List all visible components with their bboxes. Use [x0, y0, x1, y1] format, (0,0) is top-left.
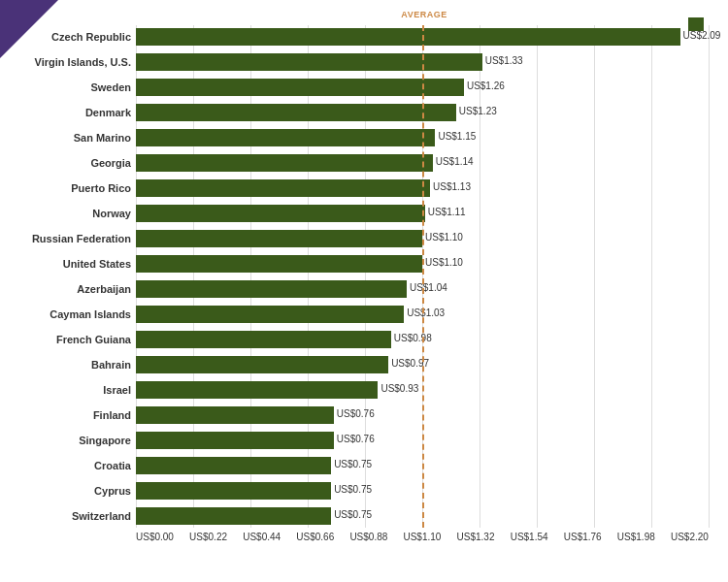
bar-label: Croatia: [10, 460, 131, 471]
x-tick: US$1.76: [564, 532, 602, 542]
bar-fill: [136, 331, 391, 348]
bar-label: Bahrain: [10, 359, 131, 371]
bar-value-label: US$2.09: [683, 30, 721, 41]
bar-fill: [136, 230, 422, 247]
bar-fill: [136, 53, 482, 71]
bar-label: Israel: [10, 384, 131, 396]
x-tick: US$2.20: [671, 532, 709, 542]
bar-fill: [136, 306, 404, 323]
x-tick: US$0.00: [136, 532, 174, 542]
bar-value-label: US$1.14: [436, 156, 474, 167]
bar-label: French Guiana: [10, 334, 131, 345]
bar-value-label: US$0.93: [381, 383, 418, 394]
x-tick: US$0.88: [349, 532, 387, 542]
bar-fill: [136, 507, 331, 525]
x-tick: US$0.44: [243, 532, 281, 542]
bar-value-label: US$0.98: [394, 333, 432, 343]
x-tick: US$0.66: [296, 532, 334, 542]
bar-fill: [136, 255, 422, 273]
bar-label: Azerbaijan: [10, 283, 131, 295]
bar-value-label: US$1.10: [425, 232, 463, 242]
bar-fill: [136, 205, 425, 222]
chart-area: AVERAGECzech RepublicUS$2.09Virgin Islan…: [136, 25, 709, 528]
bar-value-label: US$1.13: [433, 181, 471, 192]
bar-label: United States: [10, 258, 131, 270]
chart-title: [10, 10, 718, 17]
bar-value-label: US$1.23: [459, 106, 497, 116]
bar-label: Cayman Islands: [10, 308, 131, 320]
bar-fill: [136, 356, 388, 373]
bar-label: Finland: [10, 409, 131, 421]
average-line: AVERAGE: [422, 25, 424, 528]
bar-label: Virgin Islands, U.S.: [10, 56, 131, 68]
bar-fill: [136, 179, 430, 197]
bar-value-label: US$1.15: [438, 131, 476, 142]
bar-fill: [136, 280, 407, 298]
bar-fill: [136, 406, 334, 424]
x-tick: US$1.32: [457, 532, 495, 542]
bar-label: Georgia: [10, 157, 131, 169]
bar-label: Czech Republic: [10, 31, 131, 43]
bar-fill: [136, 482, 331, 500]
x-tick: US$1.54: [511, 532, 548, 542]
bar-fill: [136, 129, 435, 146]
bar-value-label: US$1.11: [428, 207, 466, 217]
bar-fill: [136, 104, 456, 121]
bar-label: Sweden: [10, 81, 131, 93]
bar-label: San Marino: [10, 132, 131, 144]
x-tick: US$1.98: [617, 532, 655, 542]
bar-label: Cyprus: [10, 485, 131, 497]
bar-fill: [136, 79, 464, 96]
bar-value-label: US$1.10: [425, 257, 463, 268]
x-axis: US$0.00US$0.22US$0.44US$0.66US$0.88US$1.…: [136, 532, 709, 542]
bar-fill: [136, 28, 680, 46]
bar-value-label: US$0.76: [337, 434, 375, 444]
bar-fill: [136, 432, 334, 449]
bar-value-label: US$1.04: [410, 282, 447, 293]
average-label: AVERAGE: [401, 10, 447, 19]
bar-fill: [136, 381, 378, 399]
bar-value-label: US$0.75: [334, 459, 372, 469]
bar-value-label: US$0.75: [334, 484, 372, 495]
bar-value-label: US$0.75: [334, 509, 372, 520]
bar-fill: [136, 457, 331, 474]
bar-value-label: US$1.26: [467, 81, 505, 91]
bar-value-label: US$0.76: [337, 408, 375, 419]
bar-label: Puerto Rico: [10, 182, 131, 194]
bar-value-label: US$1.03: [407, 307, 445, 318]
bar-label: Norway: [10, 208, 131, 219]
x-tick: US$0.22: [189, 532, 227, 542]
bar-fill: [136, 154, 433, 172]
bar-value-label: US$1.33: [485, 55, 523, 66]
bar-label: Denmark: [10, 107, 131, 118]
bar-label: Switzerland: [10, 510, 131, 522]
bar-label: Russian Federation: [10, 233, 131, 244]
chart-container: AVERAGECzech RepublicUS$2.09Virgin Islan…: [0, 0, 728, 582]
bar-label: Singapore: [10, 435, 131, 446]
x-tick: US$1.10: [403, 532, 441, 542]
